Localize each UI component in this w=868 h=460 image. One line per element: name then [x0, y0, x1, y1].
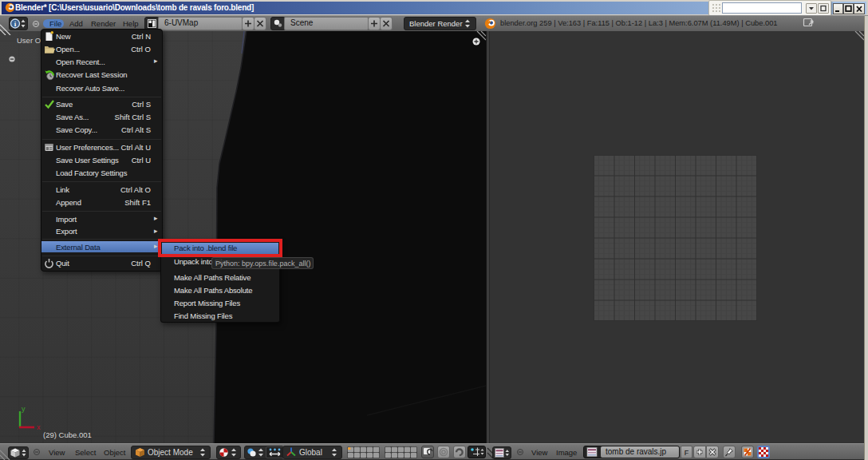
- svg-text:x: x: [37, 423, 41, 431]
- svg-text:y: y: [22, 405, 26, 413]
